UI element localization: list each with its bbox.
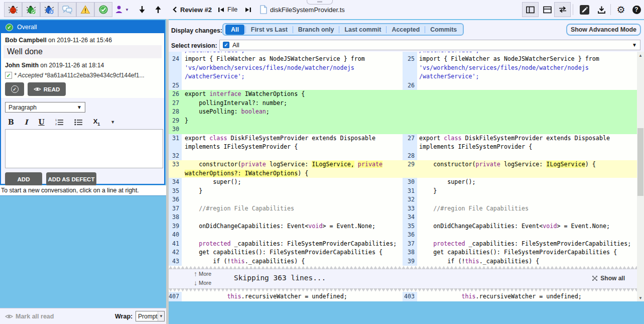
diff-row[interactable]: 3632 [169, 195, 637, 204]
diff-row[interactable]: 29} [169, 117, 637, 126]
numbered-list-button[interactable]: 12 [55, 119, 64, 126]
line-number[interactable]: 36 [169, 195, 182, 204]
line-number[interactable] [403, 99, 417, 108]
line-number[interactable]: 34 [403, 213, 417, 222]
italic-button[interactable]: I [25, 118, 28, 126]
line-number[interactable]: 39 [403, 257, 417, 266]
line-number[interactable]: 27 [169, 99, 182, 108]
tab-accepted[interactable]: Accepted [387, 25, 425, 34]
add-as-defect-button[interactable]: ADD AS DEFECT [46, 172, 96, 186]
line-number[interactable]: 39 [169, 222, 182, 231]
show-advanced-mode-button[interactable]: Show Advanced Mode [566, 24, 641, 36]
diff-row[interactable]: 37 //#region File Capabilities33 //#regi… [169, 204, 637, 213]
diff-row[interactable]: 42 get capabilities(): FileSystemProvide… [169, 248, 637, 257]
show-all-button[interactable]: Show all [592, 275, 625, 282]
diff-row[interactable]: 33 constructor(private logService: ILogS… [169, 160, 637, 169]
tab-last-commit[interactable]: Last commit [339, 25, 386, 34]
diff-row[interactable]: /watcherService';/watcherService'; [169, 72, 637, 81]
help-button[interactable]: ? [629, 2, 643, 17]
settings-button[interactable]: ⚙ [613, 2, 628, 17]
line-number[interactable]: 27 [403, 134, 417, 143]
accepted-checkbox[interactable]: ✓ [5, 72, 12, 79]
line-number[interactable] [403, 125, 417, 134]
side-by-side-view-button[interactable] [522, 2, 539, 17]
revision-checkbox[interactable]: ✓ [223, 42, 229, 48]
read-button[interactable]: READ [28, 82, 66, 96]
defect-button[interactable] [4, 2, 22, 17]
scrollbar-thumb[interactable] [637, 128, 643, 196]
line-number[interactable]: 40 [169, 231, 182, 240]
revision-dropdown[interactable]: ✓ All ▼ [219, 40, 640, 50]
bold-button[interactable]: B [8, 118, 14, 126]
subscript-button[interactable]: X1 [93, 118, 100, 127]
diff-row[interactable]: 30 [169, 125, 637, 134]
defect-add-button[interactable] [40, 2, 58, 17]
line-number[interactable] [403, 90, 417, 99]
line-number[interactable] [169, 143, 182, 152]
line-number[interactable] [403, 169, 417, 178]
wrap-select[interactable]: Prompt ▼ [136, 311, 165, 321]
line-number[interactable]: 25 [169, 81, 182, 90]
tab-all[interactable]: All [225, 25, 244, 35]
comment-input[interactable] [5, 129, 163, 168]
line-number[interactable]: 38 [403, 248, 417, 257]
line-number[interactable]: 26 [403, 81, 417, 90]
overall-header[interactable]: ✓ Overall [1, 21, 164, 33]
edit-button[interactable] [576, 2, 592, 17]
line-number[interactable] [169, 72, 182, 81]
line-number[interactable]: 403 [403, 292, 417, 301]
line-number[interactable]: 35 [403, 222, 417, 231]
diff-row[interactable]: 3834 [169, 213, 637, 222]
line-number[interactable]: 30 [169, 125, 182, 134]
line-number[interactable]: 36 [403, 231, 417, 240]
format-more-caret[interactable]: ▼ [110, 120, 115, 125]
line-number[interactable]: 28 [403, 152, 417, 161]
line-number[interactable] [403, 64, 417, 73]
diff-row[interactable]: 407 this.recursiveWatcher = undefined;40… [169, 292, 637, 301]
line-number[interactable] [403, 107, 417, 117]
more-down-button[interactable]: ↓More [194, 280, 211, 286]
line-number[interactable]: 35 [169, 187, 182, 196]
line-number[interactable]: 42 [169, 248, 182, 257]
conversations-button[interactable] [58, 2, 76, 17]
scroll-up-button[interactable] [152, 2, 165, 17]
diff-row[interactable]: 34 super();30 super(); [169, 178, 637, 187]
paragraph-select[interactable]: Paragraph ▼ [5, 102, 85, 113]
line-number[interactable] [169, 64, 182, 73]
diff-row[interactable]: 31export class DiskFileSystemProvider ex… [169, 134, 637, 143]
mark-all-read-button[interactable]: Mark all read [5, 313, 54, 320]
diff-row[interactable]: 27 pollingInterval?: number; [169, 99, 637, 108]
line-number[interactable] [403, 72, 417, 81]
diff-row[interactable]: 26export interface IWatcherOptions { [169, 90, 637, 99]
prev-file-button[interactable] [218, 2, 224, 17]
warnings-button[interactable] [76, 2, 94, 17]
download-button[interactable] [593, 2, 609, 17]
line-number[interactable]: 31 [403, 187, 417, 196]
line-number[interactable]: 33 [403, 204, 417, 213]
stacked-view-button[interactable] [539, 2, 556, 17]
diff-row[interactable]: 43 if (!this._capabilities) {39 if (!thi… [169, 257, 637, 266]
diff-row[interactable]: 4036 [169, 231, 637, 240]
diff-row[interactable]: implements IFileSystemProvider {implemen… [169, 143, 637, 152]
line-number[interactable]: 26 [169, 90, 182, 99]
diff-mode-button[interactable] [554, 2, 571, 17]
line-number[interactable]: 31 [169, 134, 182, 143]
diff-row[interactable]: 35 }31 } [169, 187, 637, 196]
diff-row[interactable]: 39 onDidChangeCapabilities: Event<void> … [169, 222, 637, 231]
tab-first-vs-last[interactable]: First vs Last [246, 25, 293, 34]
scroll-down-button[interactable] [136, 2, 149, 17]
line-number[interactable]: 29 [403, 160, 417, 169]
tab-branch-only[interactable]: Branch only [293, 25, 339, 34]
scrollbar-up-arrow[interactable]: ▲ [637, 52, 644, 59]
line-number[interactable]: 28 [169, 107, 182, 117]
line-number[interactable] [403, 143, 417, 152]
mark-read-circle-button[interactable]: ✓ [5, 82, 24, 96]
line-number[interactable] [169, 169, 182, 178]
diff-row[interactable]: 2526 [169, 81, 637, 90]
back-to-review-button[interactable]: Review #2 [173, 2, 212, 17]
line-number[interactable]: 29 [169, 117, 182, 126]
diff-row[interactable]: 28 usePolling: boolean; [169, 107, 637, 117]
underline-button[interactable]: U [38, 118, 44, 126]
line-number[interactable]: 33 [169, 160, 182, 169]
line-number[interactable] [403, 117, 417, 126]
